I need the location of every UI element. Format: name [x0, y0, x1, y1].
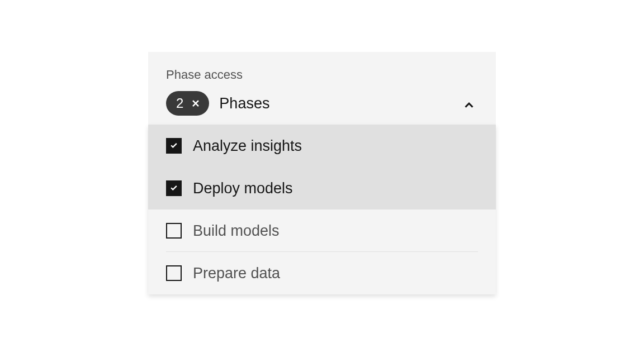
checkbox-unchecked-icon[interactable] [166, 265, 182, 281]
checkbox-checked-icon[interactable] [166, 138, 182, 154]
option-deploy-models[interactable]: Deploy models [148, 167, 496, 209]
selection-count: 2 [176, 96, 183, 111]
selection-count-tag[interactable]: 2 [166, 91, 209, 116]
multiselect-label: Phase access [166, 68, 478, 82]
option-build-models[interactable]: Build models [148, 209, 496, 252]
checkbox-checked-icon[interactable] [166, 180, 182, 196]
multiselect-phase-access: Phase access 2 Phases Analyze insights [148, 52, 496, 294]
option-label: Deploy models [193, 180, 293, 197]
option-prepare-data[interactable]: Prepare data [148, 252, 496, 294]
option-analyze-insights[interactable]: Analyze insights [148, 125, 496, 167]
multiselect-header: Phase access 2 Phases [148, 52, 496, 125]
multiselect-placeholder: Phases [219, 95, 478, 112]
option-label: Analyze insights [193, 137, 302, 155]
option-label: Prepare data [193, 265, 280, 282]
clear-selection-icon[interactable] [189, 97, 202, 110]
multiselect-trigger[interactable]: 2 Phases [166, 89, 478, 125]
option-label: Build models [193, 222, 280, 240]
options-list: Analyze insights Deploy models Build mod… [148, 125, 496, 294]
checkbox-unchecked-icon[interactable] [166, 223, 182, 239]
chevron-up-icon[interactable] [462, 98, 476, 114]
